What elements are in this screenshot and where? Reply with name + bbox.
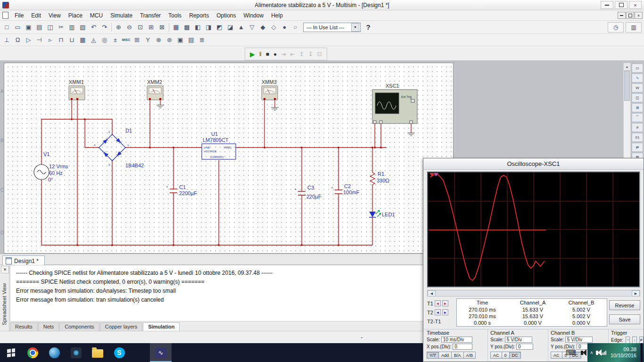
- channel-a-dc-button[interactable]: DC: [510, 352, 521, 359]
- in-use-list-dropdown[interactable]: --- In Use List --- ▼: [303, 23, 361, 32]
- ground-symbol[interactable]: [407, 133, 415, 136]
- grapher-icon[interactable]: ◩: [214, 22, 225, 33]
- save-icon[interactable]: ▣: [23, 22, 34, 33]
- design-toolbox-icon[interactable]: ▦: [171, 22, 182, 33]
- place-power-icon[interactable]: ±: [110, 35, 121, 45]
- tab-copper-layers[interactable]: Copper layers: [100, 322, 142, 331]
- d1-bridge-rectifier[interactable]: 2 1 3 4 D1 1B4B42: [94, 128, 144, 168]
- open-icon[interactable]: ▭: [12, 22, 23, 33]
- wattmeter-icon[interactable]: W: [632, 83, 643, 92]
- scroll-up-icon[interactable]: ▲: [624, 63, 630, 71]
- led1[interactable]: LED1: [369, 210, 395, 217]
- scope-scroll-right-icon[interactable]: ▶: [632, 290, 640, 296]
- cut-icon[interactable]: ✂: [56, 22, 66, 33]
- v1-source[interactable]: V1 12 Vrms 60 Hz 0°: [34, 151, 68, 182]
- pause-simulation-button[interactable]: ‖: [259, 51, 262, 58]
- ground-symbol[interactable]: [271, 107, 279, 110]
- wires[interactable]: [41, 100, 411, 245]
- step-over-icon[interactable]: ⇤: [290, 51, 295, 58]
- print-icon[interactable]: ▤: [34, 22, 45, 33]
- timebase-xpos-field[interactable]: 0: [453, 344, 472, 350]
- mdi-close-button[interactable]: ×: [635, 12, 643, 19]
- capture-icon[interactable]: ▽: [247, 22, 257, 33]
- menu-mcu[interactable]: MCU: [86, 11, 107, 20]
- schematic-canvas[interactable]: V1 12 Vrms 60 Hz 0° XMM1 XMM2: [4, 63, 454, 254]
- spreadsheet-view-icon[interactable]: ▩: [182, 22, 192, 33]
- electrical-rules-icon[interactable]: ▲: [236, 22, 247, 33]
- menu-window[interactable]: Window: [240, 11, 268, 20]
- xmm2-multimeter[interactable]: XMM2: [147, 79, 163, 100]
- tab-simulation[interactable]: Simulation: [143, 322, 180, 331]
- show-desktop-button[interactable]: [640, 343, 643, 362]
- redo-icon[interactable]: ↷: [99, 22, 110, 33]
- tab-components[interactable]: Components: [59, 322, 99, 331]
- breadboard-icon[interactable]: ○: [290, 22, 301, 33]
- place-indicator-icon[interactable]: ◎: [99, 35, 110, 45]
- trigger-falling-icon[interactable]: ↓: [632, 337, 636, 344]
- place-mcu-icon[interactable]: ▣: [175, 35, 186, 45]
- step-out-icon[interactable]: ↥: [299, 51, 304, 58]
- taskbar-skype[interactable]: S: [108, 343, 130, 362]
- scrollbar-thumb[interactable]: [624, 71, 630, 101]
- oscilloscope-title-bar[interactable]: Oscilloscope-XSC1: [423, 158, 644, 170]
- find-icon[interactable]: ●: [279, 22, 290, 33]
- menu-help[interactable]: Help: [267, 11, 287, 20]
- place-misc-digital-icon[interactable]: ▦: [77, 35, 88, 45]
- start-button[interactable]: [0, 343, 22, 362]
- word-generator-icon[interactable]: 01: [632, 133, 643, 142]
- place-misc-icon[interactable]: MISC: [121, 35, 132, 45]
- mode-ab-button[interactable]: A/B: [464, 352, 476, 359]
- bode-plotter-icon[interactable]: ⌒: [632, 113, 643, 122]
- place-mixed-icon[interactable]: ◬: [88, 35, 99, 45]
- mode-add-button[interactable]: Add: [439, 352, 452, 359]
- place-electromechanical-icon[interactable]: ⊗: [153, 35, 164, 45]
- minimize-button[interactable]: [601, 1, 613, 9]
- oscilloscope-window[interactable]: Oscilloscope-XSC1 ◀ ▶ T1 ◀ ▶ T2 ◀ ▶ T2-T…: [423, 158, 644, 362]
- taskbar-multisim[interactable]: ∿: [150, 343, 172, 362]
- place-bus-icon[interactable]: ≣: [197, 35, 207, 45]
- c1-capacitor[interactable]: + C1 2200µF: [166, 184, 197, 196]
- close-button[interactable]: ×: [629, 1, 642, 9]
- undo-icon[interactable]: ↶: [88, 22, 99, 33]
- mdi-restore-button[interactable]: [626, 12, 634, 19]
- restore-button[interactable]: [615, 1, 627, 9]
- network-icon[interactable]: [601, 350, 606, 355]
- probe-settings-icon[interactable]: ◷: [608, 22, 624, 33]
- paste-icon[interactable]: ▧: [77, 22, 88, 33]
- tab-nets[interactable]: Nets: [38, 322, 59, 331]
- taskbar-file-explorer[interactable]: [87, 343, 108, 362]
- chevron-down-icon[interactable]: ▼: [351, 23, 359, 32]
- menu-simulate[interactable]: Simulate: [107, 11, 136, 20]
- place-basic-icon[interactable]: Ω: [12, 35, 23, 45]
- four-channel-oscilloscope-icon[interactable]: ⊞: [632, 103, 643, 112]
- channel-b-ac-button[interactable]: AC: [551, 352, 562, 359]
- menu-reports[interactable]: Reports: [185, 11, 213, 20]
- function-generator-icon[interactable]: ∿: [632, 74, 643, 82]
- place-connector-icon[interactable]: ⊚: [164, 35, 175, 45]
- measurement-toolbar-icon[interactable]: ▥: [626, 22, 642, 33]
- place-diode-icon[interactable]: ▷: [23, 35, 34, 45]
- place-advanced-peripherals-icon[interactable]: ⊞: [132, 35, 142, 45]
- channel-a-scale-field[interactable]: 5 V/Div: [505, 337, 532, 343]
- save-button[interactable]: Save: [609, 314, 640, 324]
- place-rf-icon[interactable]: Y: [142, 35, 153, 45]
- print-preview-icon[interactable]: ◫: [45, 22, 56, 33]
- run-simulation-button[interactable]: ▶: [250, 50, 255, 58]
- postprocessor-icon[interactable]: ◪: [225, 22, 236, 33]
- oscilloscope-icon[interactable]: ◫: [632, 93, 643, 102]
- tab-results[interactable]: Results: [10, 322, 38, 331]
- breakpoint-icon[interactable]: ⊡: [317, 51, 322, 58]
- mdi-minimize-button[interactable]: [618, 12, 626, 19]
- zoom-in-icon[interactable]: ⊕: [113, 22, 124, 33]
- tab-design1[interactable]: Design1 *: [2, 255, 45, 266]
- stop-simulation-button[interactable]: ■: [266, 51, 269, 58]
- zoom-out-icon[interactable]: ⊖: [124, 22, 135, 33]
- place-transistor-icon[interactable]: ⊣: [34, 35, 45, 45]
- run-to-cursor-icon[interactable]: ↧: [308, 51, 313, 58]
- t2-left-icon[interactable]: ◀: [435, 309, 441, 315]
- channel-a-ac-button[interactable]: AC: [490, 352, 502, 359]
- t1-right-icon[interactable]: ▶: [442, 300, 448, 306]
- menu-place[interactable]: Place: [65, 11, 86, 20]
- step-into-icon[interactable]: ⇥: [281, 51, 286, 58]
- clock[interactable]: 09.38 10/10/2016: [611, 346, 637, 359]
